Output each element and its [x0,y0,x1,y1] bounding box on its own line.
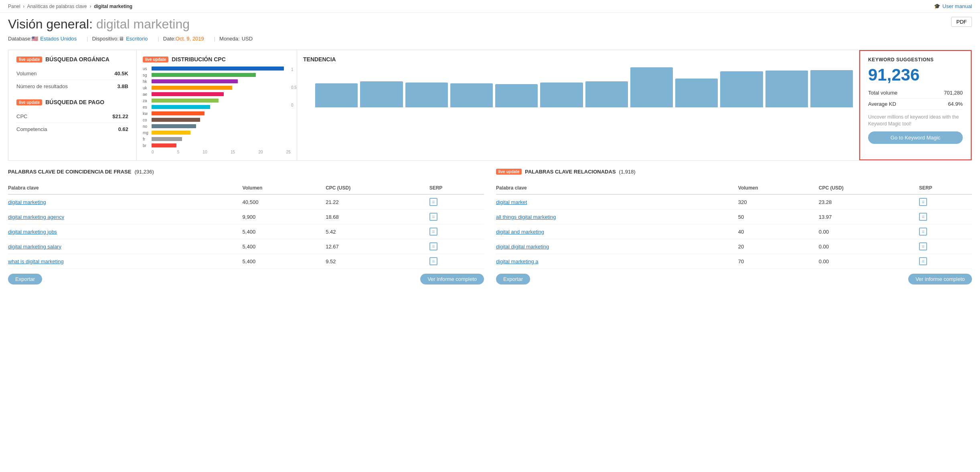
table-row: digital marketing 40,500 21.22 [8,194,484,210]
phrase-kw-link-4[interactable]: what is digital marketing [8,258,64,264]
tables-grid: PALABRAS CLAVE DE COINCIDENCIA DE FRASE … [8,169,972,284]
trend-bar-9 [720,71,763,107]
related-kw-link-0[interactable]: digital market [496,199,527,205]
kw-suggestions-title: KEYWORD SUGGESTIONS [868,57,963,63]
user-manual-link[interactable]: 🎓 User manual [934,3,972,9]
related-volume-4: 70 [738,254,819,269]
organic-value-0: 40.5K [114,71,128,77]
trend-bar-6 [585,81,628,107]
related-keywords-table: Palabra clave Volumen CPC (USD) SERP dig… [496,182,972,269]
related-serp-icon-3[interactable] [919,242,927,250]
table-row: all things digital marketing 50 13.97 [496,210,972,224]
related-table-header-row: Palabra clave Volumen CPC (USD) SERP [496,182,972,194]
graduation-icon: 🎓 [934,3,940,9]
live-badge-paid: live update [16,99,42,105]
country-select[interactable]: Estados Unidos [40,36,77,42]
related-volume-1: 50 [738,210,819,224]
keyword-suggestions-section: KEYWORD SUGGESTIONS 91,236 Total volume … [859,50,972,160]
flag-icon: 🇺🇸 [32,36,38,42]
breadcrumb-panel[interactable]: Panel [8,4,20,9]
organic-title: BÚSQUEDA ORGÁNICA [45,56,109,63]
organic-rows: Volumen 40.5K Número de resultados 3.8B [16,67,128,93]
cpc-label-5: za [143,98,148,103]
trend-title: TENDENCIA [303,56,336,63]
trend-bar-8 [675,79,718,107]
related-kw-link-4[interactable]: digital marketing a [496,258,539,264]
organic-label-0: Volumen [16,71,37,77]
related-kw-link-3[interactable]: digital digital marketing [496,244,549,250]
related-full-report-button[interactable]: Ver informe completo [908,274,972,284]
related-serp-icon-0[interactable] [919,198,927,206]
phrase-col-keyword: Palabra clave [8,182,243,194]
trend-bar-2 [405,83,448,107]
phrase-full-report-button[interactable]: Ver informe completo [420,274,484,284]
serp-icon-2[interactable] [429,228,437,236]
trend-bar-5 [540,83,583,107]
cpc-label-7: kw [143,111,148,116]
phrase-kw-link-1[interactable]: digital marketing agency [8,214,64,220]
phrase-kw-link-0[interactable]: digital marketing [8,199,46,205]
page-title: Visión general: digital marketing [8,17,190,32]
cpc-label-0: us [143,66,148,71]
filter-sep-1: | [87,36,88,42]
live-badge-organic: live update [16,56,42,63]
related-kw-link-1[interactable]: all things digital marketing [496,214,556,220]
related-table-body: digital market 320 23.28 all things digi… [496,194,972,269]
serp-icon-3[interactable] [429,242,437,250]
goto-keyword-magic-button[interactable]: Go to Keyword Magic [868,131,963,144]
trend-bar-3 [450,83,493,107]
cpc-label-12: br [143,143,148,148]
kw-stat-label-0: Total volume [868,90,897,96]
related-keywords-count: (1,918) [619,169,636,175]
table-row: digital market 320 23.28 [496,194,972,210]
cpc-label-6: es [143,104,148,110]
breadcrumb: Panel › Analíticas de palabras clave › d… [8,4,132,9]
related-export-button[interactable]: Exportar [496,274,530,284]
phrase-match-footer: Exportar Ver informe completo [8,274,484,284]
related-serp-icon-4[interactable] [919,257,927,265]
database-label: Database: [8,36,32,42]
filter-sep-2: | [158,36,159,42]
top-bar: Panel › Analíticas de palabras clave › d… [0,0,980,13]
date-select[interactable]: Oct. 9, 2019 [176,36,204,42]
date-filter[interactable]: Oct. 9, 2019 [176,36,204,42]
currency-value: USD [242,36,253,42]
trend-y-labels: 1 0.5 0 [291,67,297,107]
trend-bar-10 [765,71,808,107]
related-volume-2: 40 [738,224,819,239]
phrase-volume-4: 5,400 [243,254,326,269]
date-label: Date: [163,36,176,42]
related-cpc-1: 13.97 [819,210,919,224]
breadcrumb-analytics[interactable]: Analíticas de palabras clave [27,4,87,9]
phrase-col-volume: Volumen [243,182,326,194]
phrase-kw-link-2[interactable]: digital marketing jobs [8,229,57,235]
device-select[interactable]: Escritorio [126,36,148,42]
serp-icon-4[interactable] [429,257,437,265]
related-volume-3: 20 [738,239,819,254]
related-serp-icon-2[interactable] [919,228,927,236]
serp-icon-0[interactable] [429,198,437,206]
organic-label-1: Número de resultados [16,83,68,89]
organic-row-0: Volumen 40.5K [16,67,128,80]
related-serp-icon-1[interactable] [919,213,927,221]
trend-bar-1 [360,81,403,107]
cpc-bars: 0510152025 [152,66,291,154]
related-kw-link-2[interactable]: digital and marketing [496,229,544,235]
device-filter[interactable]: 🖥 Escritorio [119,36,148,42]
trend-y-label-05: 0.5 [291,85,297,90]
pdf-button[interactable]: PDF [951,17,972,27]
main-content: live update BÚSQUEDA ORGÁNICA Volumen 40… [0,46,980,288]
phrase-cpc-3: 12.67 [326,239,429,254]
kw-stat-total-volume: Total volume 701,280 [868,87,963,99]
paid-label-1: Competencia [16,126,47,132]
kw-stat-value-0: 701,280 [944,90,963,96]
table-row: digital marketing jobs 5,400 5.42 [8,224,484,239]
live-badge-cpc: live update [143,56,168,63]
phrase-match-header: PALABRAS CLAVE DE COINCIDENCIA DE FRASE … [8,169,484,178]
paid-label-0: CPC [16,113,27,119]
phrase-export-button[interactable]: Exportar [8,274,42,284]
serp-icon-1[interactable] [429,213,437,221]
phrase-kw-link-3[interactable]: digital marketing salary [8,244,61,250]
organic-row-1: Número de resultados 3.8B [16,80,128,93]
country-filter[interactable]: 🇺🇸 Estados Unidos [32,36,77,42]
